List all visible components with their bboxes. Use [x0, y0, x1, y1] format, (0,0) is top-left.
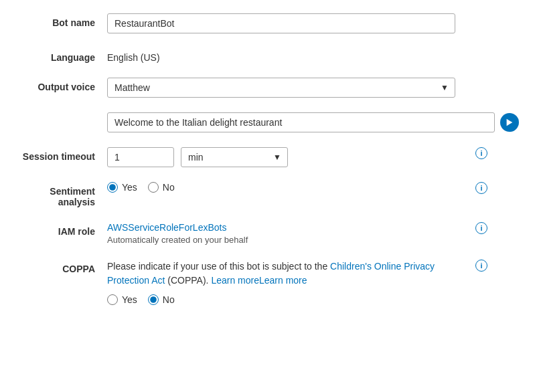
coppa-content: Please indicate if your use of this bot … [107, 260, 442, 305]
iam-role-link[interactable]: AWSServiceRoleForLexBots [107, 222, 226, 233]
coppa-no-option[interactable]: No [148, 294, 175, 305]
sentiment-analysis-info: i [475, 182, 487, 194]
session-timeout-inputs: min sec hr ▼ [107, 147, 288, 167]
sentiment-yes-option[interactable]: Yes [107, 182, 137, 193]
session-timeout-info: i [475, 147, 487, 159]
coppa-no-radio[interactable] [148, 294, 159, 305]
coppa-label: COPPA [20, 260, 107, 274]
output-voice-wrapper: Matthew Joanna Kendra Kimberly Salli Joe… [107, 78, 469, 98]
output-voice-select[interactable]: Matthew Joanna Kendra Kimberly Salli Joe… [107, 78, 455, 98]
coppa-text-middle-text: (COPPA). [167, 275, 208, 286]
bot-name-wrapper [107, 13, 469, 33]
session-controls: min sec hr ▼ [107, 147, 288, 167]
bot-name-label: Bot name [20, 13, 107, 28]
bot-name-row: Bot name [20, 13, 519, 33]
voice-select-container: Matthew Joanna Kendra Kimberly Salli Joe… [107, 78, 455, 98]
iam-role-wrapper: AWSServiceRoleForLexBots Automatically c… [107, 222, 469, 245]
play-button[interactable] [500, 113, 519, 132]
iam-role-content: AWSServiceRoleForLexBots Automatically c… [107, 222, 248, 245]
iam-role-link-wrapper: AWSServiceRoleForLexBots [107, 222, 248, 233]
iam-info-icon[interactable]: i [475, 222, 487, 234]
sentiment-info-icon[interactable]: i [475, 182, 487, 194]
coppa-info-icon[interactable]: i [475, 260, 487, 272]
timeout-unit-wrapper: min sec hr ▼ [181, 147, 288, 167]
coppa-learn-more-link2[interactable]: Learn more [259, 275, 307, 286]
coppa-row: COPPA Please indicate if your use of thi… [20, 260, 519, 305]
coppa-yes-radio[interactable] [107, 294, 118, 305]
coppa-wrapper: Please indicate if your use of this bot … [107, 260, 469, 305]
sentiment-no-radio[interactable] [148, 182, 159, 193]
preview-row [107, 112, 519, 132]
sentiment-analysis-row: Sentiment analysis Yes No i [20, 182, 519, 207]
coppa-radio-group: Yes No [107, 294, 442, 305]
coppa-text-before: Please indicate if your use of this bot … [107, 261, 327, 272]
sentiment-radio-group: Yes No [107, 182, 175, 193]
session-timeout-info-icon[interactable]: i [475, 147, 487, 159]
coppa-yes-option[interactable]: Yes [107, 294, 137, 305]
sentiment-yes-label: Yes [122, 182, 137, 193]
language-wrapper: English (US) [107, 48, 469, 63]
session-timeout-wrapper: min sec hr ▼ [107, 147, 469, 167]
sentiment-yes-radio[interactable] [107, 182, 118, 193]
timeout-unit-select[interactable]: min sec hr [181, 147, 288, 167]
play-icon [505, 118, 514, 127]
coppa-info: i [475, 260, 487, 272]
bot-name-input[interactable] [107, 13, 455, 33]
sentiment-analysis-label: Sentiment analysis [20, 182, 107, 207]
iam-role-label: IAM role [20, 222, 107, 237]
language-label: Language [20, 48, 107, 63]
session-timeout-row: Session timeout min sec hr ▼ i [20, 147, 519, 167]
svg-marker-0 [507, 119, 513, 126]
preview-text-input[interactable] [107, 112, 495, 132]
output-voice-label: Output voice [20, 78, 107, 92]
coppa-description: Please indicate if your use of this bot … [107, 260, 442, 288]
language-value: English (US) [107, 48, 160, 63]
iam-role-info: i [475, 222, 487, 234]
sentiment-no-option[interactable]: No [148, 182, 175, 193]
iam-role-sub-text: Automatically created on your behalf [107, 235, 248, 245]
coppa-no-label: No [163, 294, 175, 305]
session-timeout-label: Session timeout [20, 147, 107, 162]
language-row: Language English (US) [20, 48, 519, 63]
sentiment-no-label: No [163, 182, 175, 193]
output-voice-row: Output voice Matthew Joanna Kendra Kimbe… [20, 78, 519, 98]
coppa-yes-label: Yes [122, 294, 137, 305]
iam-role-row: IAM role AWSServiceRoleForLexBots Automa… [20, 222, 519, 245]
coppa-learn-more-link[interactable]: Learn more [211, 275, 259, 286]
session-timeout-number-input[interactable] [107, 147, 174, 167]
sentiment-analysis-wrapper: Yes No [107, 182, 469, 193]
